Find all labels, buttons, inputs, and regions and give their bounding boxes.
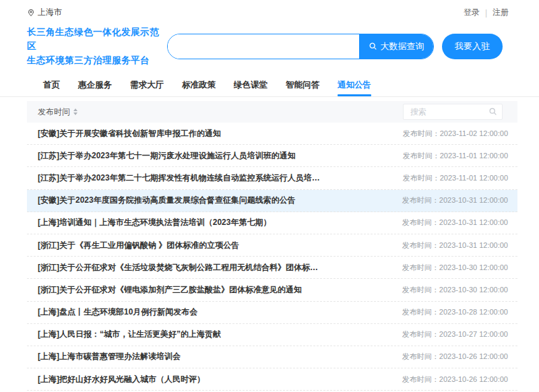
notice-date: 2023-11-01 12:00:00 bbox=[440, 174, 508, 182]
notice-title[interactable]: [上海]上海市碳普惠管理办法解读培训会 bbox=[38, 351, 181, 362]
notice-date-label: 发布时间： bbox=[403, 174, 440, 182]
notice-date-label: 发布时间： bbox=[402, 375, 439, 383]
notice-publish-time: 发布时间：2023-10-26 12:00:00 bbox=[402, 352, 508, 362]
notice-date-label: 发布时间： bbox=[402, 352, 439, 360]
notice-date-label: 发布时间： bbox=[403, 129, 440, 137]
site-logo-title: 长三角生态绿色一体化发展示范区 生态环境第三方治理服务平台 bbox=[27, 25, 167, 67]
location-label: 上海市 bbox=[38, 7, 62, 18]
notice-date: 2023-11-02 12:00:00 bbox=[440, 129, 508, 137]
notice-row[interactable]: [江苏]关于举办2023年第七十一期污废水处理设施运行人员培训班的通知 发布时间… bbox=[27, 145, 517, 167]
big-data-search-button[interactable]: 大数据查询 bbox=[359, 34, 433, 59]
notice-title[interactable]: [上海]人民日报：“城市，让生活更美好”的上海贡献 bbox=[38, 329, 221, 340]
notice-row[interactable]: [浙江]关于公开征求对《锂电添加剂产三乙胺盐酸盐》团体标准意见的通知 发布时间：… bbox=[27, 279, 517, 301]
notice-title[interactable]: [安徽]关于2023年度国务院推动高质量发展综合督查征集问题线索的公告 bbox=[38, 195, 296, 206]
notice-date-label: 发布时间： bbox=[402, 241, 439, 249]
nav-item[interactable]: 首页 bbox=[43, 79, 60, 96]
list-search-icon bbox=[488, 107, 497, 116]
notice-publish-time: 发布时间：2023-11-02 12:00:00 bbox=[403, 129, 508, 139]
notice-row[interactable]: [江苏]关于举办2023年第二十七期挥发性有机物连续自动监控系统运行人员培… 发… bbox=[27, 167, 517, 189]
filter-bar: 发布时间 bbox=[27, 101, 517, 123]
notice-date: 2023-10-31 12:00:00 bbox=[439, 241, 508, 249]
notice-title[interactable]: [浙江]关于公开征求对《生活垃圾焚烧飞灰制公路工程用无机结合料》团体标… bbox=[38, 262, 318, 273]
notice-row[interactable]: [上海]上海市碳普惠管理办法解读培训会 发布时间：2023-10-26 12:0… bbox=[27, 346, 517, 368]
notice-title[interactable]: [安徽]关于开展安徽省科技创新智库申报工作的通知 bbox=[38, 128, 221, 139]
search-icon bbox=[369, 42, 377, 51]
nav-item[interactable]: 惠企服务 bbox=[78, 79, 112, 96]
notice-title[interactable]: [上海]培训通知｜上海市生态环境执法普法培训（2023年第七期） bbox=[38, 217, 271, 228]
notice-date: 2023-10-26 12:00:00 bbox=[439, 352, 508, 360]
notice-publish-time: 发布时间：2023-11-01 12:00:00 bbox=[403, 173, 508, 183]
big-data-search-label: 大数据查询 bbox=[381, 40, 424, 53]
notice-date-label: 发布时间： bbox=[402, 263, 439, 271]
notice-row[interactable]: [上海]人民日报：“城市，让生活更美好”的上海贡献 发布时间：2023-10-2… bbox=[27, 324, 517, 346]
nav-item[interactable]: 智能问答 bbox=[286, 79, 319, 96]
nav-item[interactable]: 绿色课堂 bbox=[234, 79, 267, 96]
notice-date: 2023-10-30 12:00:00 bbox=[439, 286, 508, 294]
notice-list: [安徽]关于开展安徽省科技创新智库申报工作的通知 发布时间：2023-11-02… bbox=[27, 123, 517, 392]
nav-item[interactable]: 通知公告 bbox=[338, 79, 371, 96]
site-title-line1: 长三角生态绿色一体化发展示范区 bbox=[27, 25, 167, 53]
notice-date: 2023-10-26 12:00:00 bbox=[439, 375, 508, 383]
notice-title[interactable]: [江苏]关于举办2023年第七十一期污废水处理设施运行人员培训班的通知 bbox=[38, 150, 296, 162]
nav-item[interactable]: 需求大厅 bbox=[130, 79, 164, 96]
top-bar: 上海市 登录 | 注册 bbox=[0, 0, 539, 18]
notice-title[interactable]: [上海]盘点丨生态环境部10月例行新闻发布会 bbox=[38, 306, 197, 318]
notice-title[interactable]: [江苏]关于举办2023年第二十七期挥发性有机物连续自动监控系统运行人员培… bbox=[38, 172, 320, 184]
notice-publish-time: 发布时间：2023-10-27 12:00:00 bbox=[402, 329, 508, 339]
notice-date: 2023-10-30 12:00:00 bbox=[439, 263, 508, 271]
notice-date: 2023-10-27 12:00:00 bbox=[439, 330, 508, 338]
notice-row[interactable]: [浙江]关于《再生工业用偏钒酸钠 》团体标准的立项公告 发布时间：2023-10… bbox=[27, 234, 517, 257]
notice-publish-time: 发布时间：2023-10-31 12:00:00 bbox=[402, 218, 508, 228]
notice-date: 2023-10-31 12:00:00 bbox=[439, 196, 508, 204]
header: 长三角生态绿色一体化发展示范区 生态环境第三方治理服务平台 大数据查询 我要入驻 bbox=[0, 18, 539, 77]
notice-publish-time: 发布时间：2023-10-30 12:00:00 bbox=[402, 263, 508, 273]
notice-row[interactable]: [浙江]关于公开征求对《生活垃圾焚烧飞灰制公路工程用无机结合料》团体标… 发布时… bbox=[27, 257, 517, 279]
notice-title[interactable]: [上海]把好山好水好风光融入城市（人民时评） bbox=[38, 374, 205, 385]
notice-row[interactable]: [上海]盘点丨生态环境部10月例行新闻发布会 发布时间：2023-10-28 1… bbox=[27, 302, 517, 324]
notice-title[interactable]: [浙江]关于公开征求对《锂电添加剂产三乙胺盐酸盐》团体标准意见的通知 bbox=[38, 284, 302, 296]
notice-publish-time: 发布时间：2023-10-26 12:00:00 bbox=[402, 374, 508, 385]
notice-date: 2023-10-31 12:00:00 bbox=[439, 218, 508, 226]
notice-row[interactable]: [上海]培训通知｜上海市生态环境执法普法培训（2023年第七期） 发布时间：20… bbox=[27, 212, 517, 234]
list-search bbox=[403, 104, 503, 120]
location-pin-icon bbox=[27, 9, 35, 17]
notice-row[interactable]: [安徽]关于2023年度国务院推动高质量发展综合督查征集问题线索的公告 发布时间… bbox=[27, 190, 517, 212]
login-link[interactable]: 登录 bbox=[464, 7, 480, 18]
site-title-line2: 生态环境第三方治理服务平台 bbox=[27, 53, 167, 67]
notice-publish-time: 发布时间：2023-10-28 12:00:00 bbox=[402, 307, 508, 317]
join-button[interactable]: 我要入驻 bbox=[442, 34, 503, 59]
notice-publish-time: 发布时间：2023-10-31 12:00:00 bbox=[402, 195, 508, 205]
notice-date: 2023-10-28 12:00:00 bbox=[439, 308, 508, 316]
notice-date-label: 发布时间： bbox=[402, 308, 439, 316]
notice-row[interactable]: [上海]把好山好水好风光融入城市（人民时评） 发布时间：2023-10-26 1… bbox=[27, 368, 517, 391]
notice-title[interactable]: [浙江]关于《再生工业用偏钒酸钠 》团体标准的立项公告 bbox=[38, 240, 239, 251]
location-selector[interactable]: 上海市 bbox=[27, 7, 62, 18]
list-search-input[interactable] bbox=[403, 104, 503, 120]
notice-row[interactable]: [安徽]关于开展安徽省科技创新智库申报工作的通知 发布时间：2023-11-02… bbox=[27, 123, 517, 145]
nav-item[interactable]: 标准政策 bbox=[182, 79, 216, 96]
notice-date: 2023-11-01 12:00:00 bbox=[440, 152, 508, 160]
page: 上海市 登录 | 注册 长三角生态绿色一体化发展示范区 生态环境第三方治理服务平… bbox=[0, 0, 539, 392]
sort-arrows-icon bbox=[73, 108, 77, 115]
big-data-search: 大数据查询 bbox=[167, 34, 434, 59]
sort-by-publish-time[interactable]: 发布时间 bbox=[38, 106, 77, 118]
notice-publish-time: 发布时间：2023-11-01 12:00:00 bbox=[403, 151, 508, 161]
content: 发布时间 [安徽]关于开展安徽省科技创新智库申报工作的通知 发布时间：2023-… bbox=[27, 101, 517, 392]
notice-date-label: 发布时间： bbox=[402, 196, 439, 204]
auth-links: 登录 | 注册 bbox=[464, 7, 509, 18]
main-nav: 首页 惠企服务 需求大厅 标准政策 绿色课堂 智能问答 通知公告 bbox=[0, 77, 539, 97]
sort-label: 发布时间 bbox=[38, 106, 70, 118]
big-data-search-input[interactable] bbox=[168, 34, 359, 59]
notice-date-label: 发布时间： bbox=[402, 218, 439, 226]
auth-divider: | bbox=[485, 8, 487, 18]
notice-publish-time: 发布时间：2023-10-31 12:00:00 bbox=[402, 240, 508, 251]
notice-publish-time: 发布时间：2023-10-30 12:00:00 bbox=[402, 285, 508, 295]
notice-date-label: 发布时间： bbox=[402, 286, 439, 294]
register-link[interactable]: 注册 bbox=[493, 7, 509, 18]
notice-date-label: 发布时间： bbox=[403, 152, 440, 160]
notice-date-label: 发布时间： bbox=[402, 330, 439, 338]
